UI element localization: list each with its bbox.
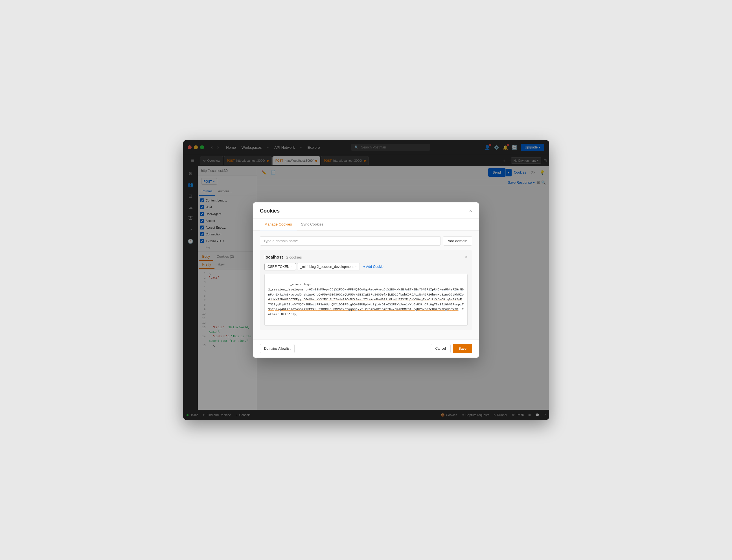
cancel-button[interactable]: Cancel [430,344,451,353]
cookie-tabs: CSRF-TOKEN × _mini-blog-2_session_develo… [265,263,467,270]
modal-close-button[interactable]: × [469,208,472,213]
cookie-count: 2 cookies [286,255,302,259]
cookie-name-csrf: CSRF-TOKEN [268,265,290,269]
add-cookie-button[interactable]: + Add Cookie [361,263,386,270]
cookie-tab-session[interactable]: _mini-blog-2_session_development × [297,263,360,270]
modal-overlay: Cookies × Manage Cookies Sync Cookies Ad… [183,140,549,420]
modal-footer-actions: Cancel Save [430,344,472,353]
cookies-modal: Cookies × Manage Cookies Sync Cookies Ad… [253,202,479,358]
cookie-name-session: _mini-blog-2_session_development [300,265,354,269]
save-button[interactable]: Save [453,344,472,353]
cookie-editor[interactable]: _mini-blog-2_session_development=0In33NM… [265,274,467,326]
domain-name-row: localhost 2 cookies [265,255,302,259]
cookie-value-text: _mini-blog-2_session_development=0In33NM… [268,283,464,316]
modal-header: Cookies × [253,202,479,219]
domain-section-localhost: localhost 2 cookies × CSRF-TOKEN × _mini… [260,250,472,330]
cookie-csrf-close-button[interactable]: × [291,265,293,268]
app-window: ‹ › Home Workspaces ▾ API Network ▾ Expl… [183,140,549,420]
modal-tab-manage[interactable]: Manage Cookies [260,219,297,230]
domain-input[interactable] [260,236,441,246]
modal-tab-sync[interactable]: Sync Cookies [297,219,328,230]
modal-footer: Domains Allowlist Cancel Save [253,339,479,358]
cookie-tab-csrf[interactable]: CSRF-TOKEN × [265,263,296,270]
add-domain-button[interactable]: Add domain [443,236,472,246]
modal-title: Cookies [260,208,280,214]
domains-allowlist-button[interactable]: Domains Allowlist [260,344,295,353]
domain-search-row: Add domain [260,236,472,246]
domain-close-button[interactable]: × [465,255,467,260]
modal-body: Add domain localhost 2 cookies × C [253,231,479,339]
domain-header: localhost 2 cookies × [265,255,467,260]
modal-tabs: Manage Cookies Sync Cookies [253,219,479,231]
cookie-session-close-button[interactable]: × [355,265,357,268]
domain-name: localhost [265,255,283,259]
